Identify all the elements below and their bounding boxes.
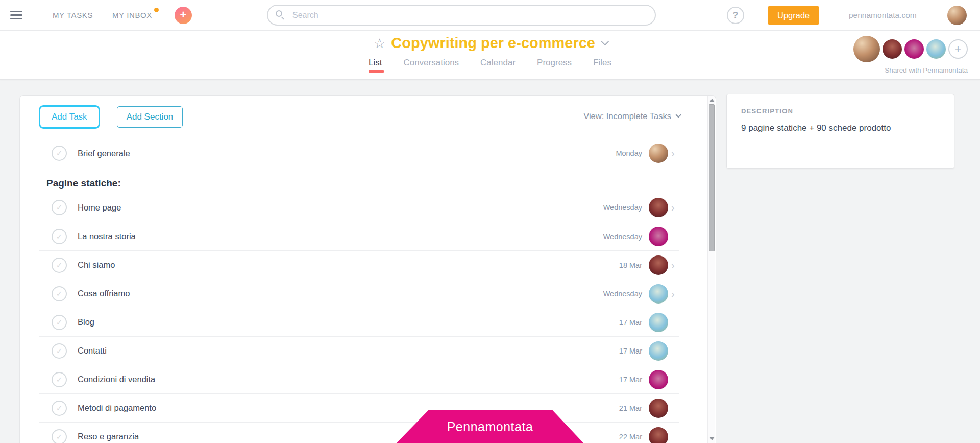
task-row[interactable]: ✓ Condizioni di vendita 17 Mar ›	[39, 365, 679, 393]
task-complete-checkbox[interactable]: ✓	[52, 200, 67, 215]
assignee-avatar	[649, 341, 668, 361]
task-due-date: 17 Mar	[619, 376, 642, 384]
tab-conversations[interactable]: Conversations	[403, 58, 459, 73]
search-input[interactable]	[267, 5, 656, 26]
top-bar: MY TASKS MY INBOX + ? Upgrade pennamonta…	[0, 0, 980, 31]
assignee-avatar	[649, 144, 668, 163]
assignee-avatar	[649, 427, 668, 443]
search-icon	[276, 10, 282, 17]
view-filter-chevron-icon	[675, 112, 681, 118]
shared-with-label: Shared with Pennamontata	[853, 66, 968, 74]
task-name[interactable]: Chi siamo	[78, 260, 619, 270]
nav-my-inbox-label: MY INBOX	[112, 11, 152, 19]
task-name[interactable]: Contatti	[78, 346, 619, 356]
task-complete-checkbox[interactable]: ✓	[52, 146, 67, 161]
task-due-date: 17 Mar	[619, 347, 642, 355]
task-name[interactable]: Cosa offriamo	[78, 289, 603, 298]
task-name[interactable]: La nostra storia	[78, 231, 603, 241]
task-chevron-icon[interactable]: ›	[671, 290, 679, 298]
assignee-avatar	[649, 284, 668, 304]
task-row[interactable]: ✓ Home page Wednesday ›	[39, 193, 679, 222]
member-avatar[interactable]	[926, 39, 946, 59]
task-name[interactable]: Home page	[78, 203, 603, 213]
task-row[interactable]: ✓ Metodi di pagamento 21 Mar ›	[39, 393, 679, 422]
task-name[interactable]: Condizioni di vendita	[78, 375, 619, 384]
description-text[interactable]: 9 pagine statiche + 90 schede prodotto	[741, 123, 940, 133]
project-header: ☆ Copywriting per e-commerce List Conver…	[0, 31, 980, 80]
search-bar	[267, 5, 656, 26]
task-row[interactable]: ✓ Contatti 17 Mar ›	[39, 336, 679, 365]
task-due-date: Wednesday	[603, 290, 642, 298]
tab-progress[interactable]: Progress	[537, 58, 572, 73]
project-members: + Shared with Pennamontata	[853, 36, 968, 74]
add-section-button[interactable]: Add Section	[117, 106, 183, 128]
project-title[interactable]: Copywriting per e-commerce	[391, 35, 595, 52]
assignee-avatar	[649, 255, 668, 275]
project-tabs: List Conversations Calendar Progress Fil…	[369, 58, 611, 73]
task-complete-checkbox[interactable]: ✓	[52, 429, 67, 443]
task-complete-checkbox[interactable]: ✓	[52, 315, 67, 330]
add-task-button[interactable]: Add Task	[39, 105, 100, 129]
scrollbar-thumb[interactable]	[709, 104, 715, 251]
member-avatar[interactable]	[883, 39, 902, 59]
member-avatar[interactable]	[853, 36, 880, 62]
nav-my-tasks[interactable]: MY TASKS	[53, 11, 93, 19]
list-toolbar: Add Task Add Section View: Incomplete Ta…	[39, 105, 679, 129]
quick-add-button[interactable]: +	[175, 7, 192, 24]
tab-list[interactable]: List	[369, 58, 382, 73]
upgrade-button[interactable]: Upgrade	[768, 6, 819, 25]
inbox-notification-dot	[154, 8, 159, 12]
sidebar-menu-button[interactable]	[0, 0, 33, 31]
nav-my-inbox[interactable]: MY INBOX	[112, 11, 152, 19]
list-scrollbar[interactable]	[707, 96, 715, 443]
section-row[interactable]: Pagine statiche:	[39, 168, 679, 193]
task-row[interactable]: ✓ Blog 17 Mar ›	[39, 308, 679, 336]
task-row[interactable]: ✓ La nostra storia Wednesday ›	[39, 222, 679, 250]
task-chevron-icon[interactable]: ›	[671, 149, 679, 157]
task-complete-checkbox[interactable]: ✓	[52, 258, 67, 273]
hamburger-icon	[10, 9, 22, 21]
task-chevron-icon[interactable]: ›	[671, 261, 679, 269]
task-name[interactable]: Blog	[78, 317, 619, 327]
view-filter-label: View: Incomplete Tasks	[583, 111, 671, 121]
task-due-date: 18 Mar	[619, 261, 642, 269]
task-due-date: Monday	[616, 149, 642, 157]
assignee-avatar	[649, 370, 668, 389]
task-chevron-icon[interactable]: ›	[671, 203, 679, 212]
member-avatars-row: +	[853, 36, 968, 62]
help-button[interactable]: ?	[727, 7, 744, 24]
task-row[interactable]: ✓ Brief generale Monday ›	[39, 139, 679, 168]
scrollbar-up-arrow[interactable]	[709, 99, 715, 102]
task-due-date: Wednesday	[603, 232, 642, 241]
task-complete-checkbox[interactable]: ✓	[52, 372, 67, 387]
task-due-date: 21 Mar	[619, 404, 642, 412]
task-complete-checkbox[interactable]: ✓	[52, 286, 67, 301]
account-avatar[interactable]	[947, 6, 967, 25]
watermark-label: Pennamontata	[447, 419, 533, 434]
assignee-avatar	[649, 198, 668, 217]
task-complete-checkbox[interactable]: ✓	[52, 229, 67, 244]
member-avatar[interactable]	[904, 39, 924, 59]
task-complete-checkbox[interactable]: ✓	[52, 343, 67, 359]
favorite-star-icon[interactable]: ☆	[374, 36, 385, 51]
task-name[interactable]: Brief generale	[78, 149, 616, 158]
section-title: Pagine statiche:	[46, 178, 121, 189]
assignee-avatar	[649, 399, 668, 418]
task-due-date: 17 Mar	[619, 318, 642, 327]
task-row[interactable]: ✓ Reso e garanzia 22 Mar ›	[39, 422, 679, 443]
project-menu-chevron-icon[interactable]	[601, 38, 609, 46]
task-row[interactable]: ✓ Chi siamo 18 Mar ›	[39, 250, 679, 279]
task-row[interactable]: ✓ Cosa offriamo Wednesday ›	[39, 279, 679, 308]
scrollbar-down-arrow[interactable]	[709, 437, 715, 440]
watermark-banner: Pennamontata	[397, 410, 583, 443]
assignee-avatar	[649, 313, 668, 332]
tab-calendar[interactable]: Calendar	[480, 58, 516, 73]
add-member-button[interactable]: +	[948, 39, 968, 59]
description-heading: DESCRIPTION	[741, 107, 940, 115]
task-due-date: 22 Mar	[619, 433, 642, 441]
task-complete-checkbox[interactable]: ✓	[52, 401, 67, 416]
view-filter-dropdown[interactable]: View: Incomplete Tasks	[583, 111, 679, 123]
assignee-avatar	[649, 227, 668, 246]
tab-files[interactable]: Files	[593, 58, 611, 73]
account-domain[interactable]: pennamontata.com	[849, 11, 917, 20]
